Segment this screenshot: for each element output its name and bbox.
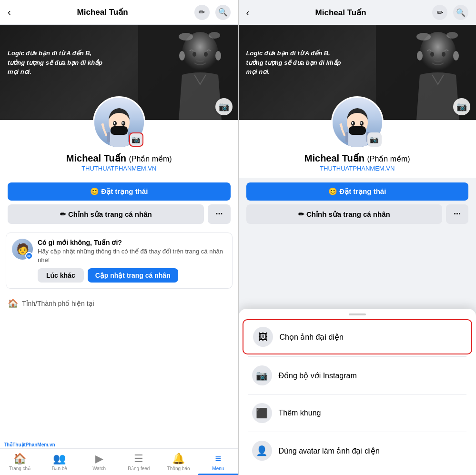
- profile-website[interactable]: THUTHUATPHANMEM.VN: [81, 165, 156, 172]
- watermark: ThủThuậtPhanMem.vn: [4, 442, 55, 447]
- nav-label-friends: Bạn bè: [52, 466, 67, 471]
- right-avatar-container: 📷: [331, 96, 384, 149]
- sheet-handle: [349, 313, 366, 315]
- svg-line-17: [103, 128, 106, 135]
- right-header: ‹ Micheal Tuấn ✏ 🔍: [239, 0, 476, 25]
- instagram-icon: 📷: [252, 365, 272, 385]
- more-options-button[interactable]: ···: [208, 204, 230, 224]
- sheet-label-choose-photo: Chọn ảnh đại diện: [280, 333, 344, 342]
- sheet-divider-1: [248, 356, 467, 357]
- right-edit-profile-button[interactable]: ✏ Chỉnh sửa trang cá nhân: [246, 204, 442, 224]
- svg-line-41: [341, 124, 342, 128]
- update-title: Có gì mới không, Tuấn ơi?: [38, 239, 226, 246]
- update-profile-button[interactable]: Cập nhật trang cá nhân: [88, 268, 178, 283]
- avatar-camera-button[interactable]: 📷: [129, 132, 143, 147]
- search-icon[interactable]: 🔍: [215, 5, 231, 20]
- svg-point-37: [352, 122, 353, 124]
- sheet-item-choose-photo[interactable]: 🖼 Chọn ảnh đại diện: [243, 319, 473, 354]
- bottom-nav: 🏠 Trang chủ 👥 Bạn bè ▶ Watch ☰ Bảng feed…: [0, 448, 238, 475]
- nav-item-feed[interactable]: ☰ Bảng feed: [119, 449, 159, 475]
- home-nav-icon: 🏠: [13, 453, 26, 465]
- sheet-label-frame: Thêm khung: [279, 409, 321, 417]
- right-back-button[interactable]: ‹: [246, 7, 250, 18]
- svg-point-4: [192, 52, 196, 57]
- left-header-icons: ✏ 🔍: [194, 5, 231, 20]
- menu-nav-icon: ≡: [215, 453, 221, 465]
- right-more-options-button[interactable]: ···: [446, 204, 468, 224]
- action-buttons: 😊 Đặt trạng thái ✏ Chỉnh sửa trang cá nh…: [0, 178, 238, 229]
- home-icon: 🏠: [8, 298, 18, 309]
- svg-point-16: [122, 122, 123, 124]
- left-header-title: Micheal Tuấn: [77, 7, 128, 17]
- nav-item-home[interactable]: 🏠 Trang chủ: [0, 449, 40, 475]
- set-status-button[interactable]: 😊 Đặt trạng thái: [8, 182, 231, 201]
- right-cover-camera-button[interactable]: 📷: [453, 98, 470, 115]
- cover-quote: Logic đưa bạn đi từ A đến B, tưởng tượng…: [8, 49, 103, 77]
- svg-point-6: [179, 51, 185, 61]
- right-search-icon[interactable]: 🔍: [453, 5, 468, 20]
- watch-nav-icon: ▶: [95, 453, 103, 465]
- avatar-container: 📷: [93, 96, 145, 149]
- edit-icon[interactable]: ✏: [194, 5, 210, 20]
- avatar-as-photo-icon: 👤: [252, 441, 272, 461]
- edit-more-row: ✏ Chỉnh sửa trang cá nhân ···: [8, 204, 231, 224]
- sheet-divider-3: [248, 432, 467, 432]
- cover-camera-button[interactable]: 📷: [215, 98, 233, 115]
- later-button[interactable]: Lúc khác: [38, 268, 84, 283]
- update-card: 🧑 ✏ Có gì mới không, Tuấn ơi? Hãy cập nh…: [6, 232, 233, 289]
- update-badge: ✏: [25, 252, 33, 260]
- update-text: Hãy cập nhật những thông tin có thể đã t…: [38, 247, 226, 264]
- nav-item-friends[interactable]: 👥 Bạn bè: [40, 449, 79, 475]
- nav-item-menu[interactable]: ≡ Menu: [198, 449, 238, 475]
- right-header-title: Micheal Tuấn: [315, 8, 366, 18]
- right-header-icons: ✏ 🔍: [432, 5, 468, 20]
- right-profile-name: Micheal Tuấn (Phần mềm): [304, 152, 410, 164]
- notifications-nav-icon: 🔔: [172, 453, 185, 465]
- nav-item-notifications[interactable]: 🔔 Thông báo: [159, 449, 198, 475]
- left-panel: ‹ Micheal Tuấn ✏ 🔍 Logic đưa bạn đi từ A…: [0, 0, 238, 475]
- friends-nav-icon: 👥: [53, 453, 66, 465]
- profile-section: 📷 Micheal Tuấn (Phần mềm) THUTHUATPHANME…: [0, 120, 238, 178]
- right-panel: ‹ Micheal Tuấn ✏ 🔍 Logic đưa bạn đi từ A…: [239, 0, 476, 475]
- frame-icon: ⬛: [252, 403, 272, 423]
- svg-point-25: [446, 32, 458, 39]
- svg-line-39: [342, 128, 344, 135]
- svg-rect-31: [345, 132, 348, 142]
- sheet-label-instagram: Đồng bộ với Instagram: [279, 371, 357, 380]
- svg-point-3: [209, 32, 220, 39]
- right-profile-website[interactable]: THUTHUATPHANMEM.VN: [320, 165, 395, 172]
- svg-point-2: [179, 33, 193, 40]
- right-avatar-camera-button[interactable]: 📷: [367, 132, 382, 147]
- location-text: Tỉnh/Thành phố hiện tại: [22, 300, 94, 307]
- choose-photo-icon: 🖼: [253, 327, 273, 347]
- right-profile-section: 📷 Micheal Tuấn (Phần mềm) THUTHUATPHANME…: [239, 120, 476, 178]
- profile-name-suffix: (Phần mềm): [129, 155, 172, 163]
- nav-label-notifications: Thông báo: [167, 466, 190, 471]
- update-buttons: Lúc khác Cập nhật trang cá nhân: [38, 268, 226, 283]
- sheet-item-avatar[interactable]: 👤 Dùng avatar làm ảnh đại diện: [243, 434, 473, 467]
- right-edit-more-row: ✏ Chỉnh sửa trang cá nhân ···: [246, 204, 469, 224]
- right-profile-name-suffix: (Phần mềm): [367, 155, 410, 163]
- right-set-status-button[interactable]: 😊 Đặt trạng thái: [246, 182, 469, 201]
- edit-profile-button[interactable]: ✏ Chỉnh sửa trang cá nhân: [8, 204, 204, 224]
- svg-rect-12: [111, 126, 128, 135]
- right-action-buttons: 😊 Đặt trạng thái ✏ Chỉnh sửa trang cá nh…: [239, 178, 476, 229]
- left-header: ‹ Micheal Tuấn ✏ 🔍: [0, 0, 238, 25]
- left-content: Logic đưa bạn đi từ A đến B, tưởng tượng…: [0, 25, 238, 475]
- back-button[interactable]: ‹: [8, 7, 11, 18]
- svg-point-27: [442, 52, 446, 57]
- svg-point-26: [430, 52, 434, 57]
- feed-nav-icon: ☰: [134, 453, 143, 465]
- nav-label-feed: Bảng feed: [128, 466, 150, 471]
- location-row: 🏠 Tỉnh/Thành phố hiện tại: [0, 293, 238, 314]
- sheet-item-instagram[interactable]: 📷 Đồng bộ với Instagram: [243, 359, 473, 392]
- update-content: Có gì mới không, Tuấn ơi? Hãy cập nhật n…: [38, 239, 226, 283]
- sheet-item-frame[interactable]: ⬛ Thêm khung: [243, 396, 473, 430]
- svg-line-19: [103, 124, 104, 128]
- right-cover-quote: Logic đưa bạn đi từ A đến B, tưởng tượng…: [246, 49, 342, 77]
- svg-point-5: [204, 52, 208, 57]
- svg-point-38: [360, 122, 362, 124]
- right-edit-icon[interactable]: ✏: [432, 5, 447, 20]
- nav-label-menu: Menu: [212, 466, 224, 471]
- nav-item-watch[interactable]: ▶ Watch: [80, 449, 119, 475]
